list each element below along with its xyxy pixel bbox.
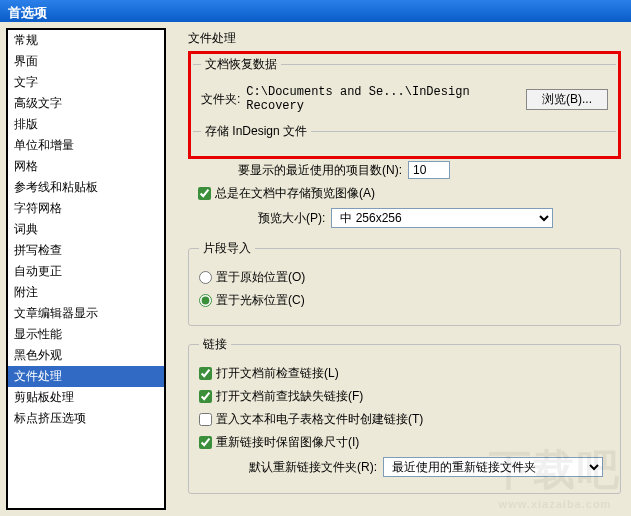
sidebar-item[interactable]: 参考线和粘贴板 <box>8 177 164 198</box>
fragment-group: 片段导入 置于原始位置(O) 置于光标位置(C) <box>188 240 621 326</box>
check-before-open-input[interactable] <box>199 367 212 380</box>
create-on-place-checkbox[interactable]: 置入文本和电子表格文件时创建链接(T) <box>199 411 423 428</box>
fragment-original-row: 置于原始位置(O) <box>199 269 610 286</box>
check-before-open-row: 打开文档前检查链接(L) <box>199 365 610 382</box>
find-missing-input[interactable] <box>199 390 212 403</box>
create-on-place-row: 置入文本和电子表格文件时创建链接(T) <box>199 411 610 428</box>
sidebar-item[interactable]: 剪贴板处理 <box>8 387 164 408</box>
fragment-cursor-row: 置于光标位置(C) <box>199 292 610 309</box>
browse-button[interactable]: 浏览(B)... <box>526 89 608 110</box>
fragment-original-input[interactable] <box>199 271 212 284</box>
sidebar-item[interactable]: 附注 <box>8 282 164 303</box>
always-preview-label: 总是在文档中存储预览图像(A) <box>215 185 375 202</box>
recovery-legend: 文档恢复数据 <box>201 56 281 73</box>
links-legend: 链接 <box>199 336 231 353</box>
sidebar-item[interactable]: 常规 <box>8 30 164 51</box>
always-preview-row: 总是在文档中存储预览图像(A) <box>198 185 611 202</box>
recent-items-row: 要显示的最近使用的项目数(N): <box>198 161 611 179</box>
sidebar-item[interactable]: 词典 <box>8 219 164 240</box>
sidebar-item[interactable]: 界面 <box>8 51 164 72</box>
sidebar-item[interactable]: 单位和增量 <box>8 135 164 156</box>
preserve-dims-input[interactable] <box>199 436 212 449</box>
sidebar-item[interactable]: 标点挤压选项 <box>8 408 164 429</box>
sidebar-item[interactable]: 文件处理 <box>8 366 164 387</box>
always-preview-checkbox[interactable]: 总是在文档中存储预览图像(A) <box>198 185 375 202</box>
recent-items-input[interactable] <box>408 161 450 179</box>
check-before-open-checkbox[interactable]: 打开文档前检查链接(L) <box>199 365 339 382</box>
preserve-dims-row: 重新链接时保留图像尺寸(I) <box>199 434 610 451</box>
fragment-cursor-radio[interactable]: 置于光标位置(C) <box>199 292 305 309</box>
save-legend: 存储 InDesign 文件 <box>201 123 311 140</box>
find-missing-checkbox[interactable]: 打开文档前查找缺失链接(F) <box>199 388 363 405</box>
highlight-box: 文档恢复数据 文件夹: C:\Documents and Se...\InDes… <box>188 51 621 159</box>
recovery-group: 文档恢复数据 文件夹: C:\Documents and Se...\InDes… <box>193 56 616 123</box>
save-group-body: 要显示的最近使用的项目数(N): 总是在文档中存储预览图像(A) 预览大小(P)… <box>188 161 621 240</box>
find-missing-label: 打开文档前查找缺失链接(F) <box>216 388 363 405</box>
create-on-place-input[interactable] <box>199 413 212 426</box>
preserve-dims-label: 重新链接时保留图像尺寸(I) <box>216 434 359 451</box>
sidebar-item[interactable]: 黑色外观 <box>8 345 164 366</box>
always-preview-input[interactable] <box>198 187 211 200</box>
sidebar-item[interactable]: 字符网格 <box>8 198 164 219</box>
default-relink-select[interactable]: 最近使用的重新链接文件夹 <box>383 457 603 477</box>
sidebar-item[interactable]: 高级文字 <box>8 93 164 114</box>
check-before-open-label: 打开文档前检查链接(L) <box>216 365 339 382</box>
default-relink-label: 默认重新链接文件夹(R): <box>249 459 377 476</box>
window-title: 首选项 <box>8 5 47 20</box>
category-sidebar[interactable]: 常规界面文字高级文字排版单位和增量网格参考线和粘贴板字符网格词典拼写检查自动更正… <box>6 28 166 510</box>
fragment-cursor-label: 置于光标位置(C) <box>216 292 305 309</box>
fragment-original-label: 置于原始位置(O) <box>216 269 305 286</box>
sidebar-item[interactable]: 文章编辑器显示 <box>8 303 164 324</box>
recovery-folder-row: 文件夹: C:\Documents and Se...\InDesign Rec… <box>201 85 608 113</box>
links-group: 链接 打开文档前检查链接(L) 打开文档前查找缺失链接(F) 置入文本和电子表格… <box>188 336 621 494</box>
sidebar-item[interactable]: 拼写检查 <box>8 240 164 261</box>
panel-title: 文件处理 <box>188 30 621 47</box>
recent-items-label: 要显示的最近使用的项目数(N): <box>238 162 402 179</box>
preserve-dims-checkbox[interactable]: 重新链接时保留图像尺寸(I) <box>199 434 359 451</box>
sidebar-item[interactable]: 自动更正 <box>8 261 164 282</box>
save-group-top: 存储 InDesign 文件 <box>193 123 616 150</box>
content-area: 常规界面文字高级文字排版单位和增量网格参考线和粘贴板字符网格词典拼写检查自动更正… <box>0 22 631 516</box>
preview-size-select[interactable]: 中 256x256 <box>331 208 553 228</box>
preview-size-row: 预览大小(P): 中 256x256 <box>198 208 611 228</box>
sidebar-item[interactable]: 文字 <box>8 72 164 93</box>
fragment-cursor-input[interactable] <box>199 294 212 307</box>
recovery-folder-path: C:\Documents and Se...\InDesign Recovery <box>246 85 520 113</box>
fragment-original-radio[interactable]: 置于原始位置(O) <box>199 269 305 286</box>
fragment-legend: 片段导入 <box>199 240 255 257</box>
sidebar-item[interactable]: 网格 <box>8 156 164 177</box>
window-titlebar: 首选项 <box>0 0 631 22</box>
preview-size-label: 预览大小(P): <box>258 210 325 227</box>
sidebar-item[interactable]: 排版 <box>8 114 164 135</box>
main-panel: 文件处理 文档恢复数据 文件夹: C:\Documents and Se...\… <box>172 28 625 510</box>
create-on-place-label: 置入文本和电子表格文件时创建链接(T) <box>216 411 423 428</box>
find-missing-row: 打开文档前查找缺失链接(F) <box>199 388 610 405</box>
sidebar-item[interactable]: 显示性能 <box>8 324 164 345</box>
recovery-folder-label: 文件夹: <box>201 91 240 108</box>
default-relink-row: 默认重新链接文件夹(R): 最近使用的重新链接文件夹 <box>199 457 610 477</box>
